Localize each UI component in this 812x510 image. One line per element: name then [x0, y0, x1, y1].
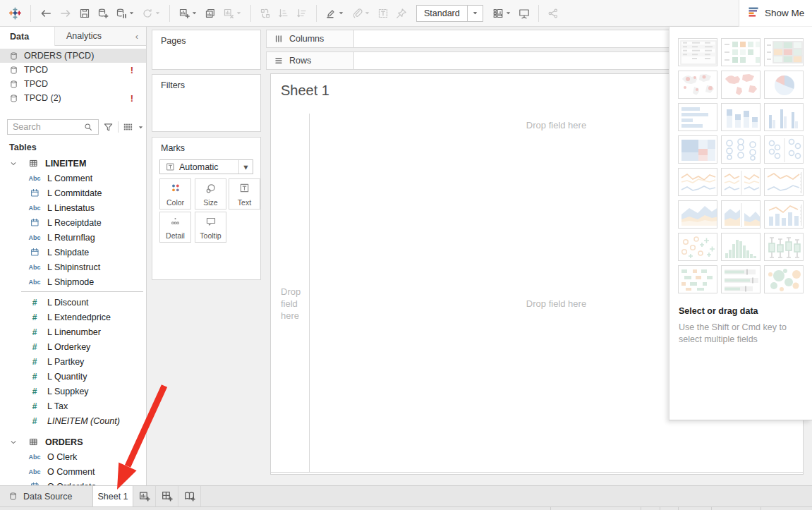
field-row[interactable]: Abc L Comment — [0, 171, 146, 186]
showme-horizontal-bars[interactable] — [678, 103, 717, 131]
collapse-pane-button[interactable]: ‹ — [128, 27, 146, 46]
mark-type-caret-icon[interactable]: ▾ — [238, 160, 253, 174]
showme-side-by-side-bars[interactable] — [764, 103, 804, 131]
field-row[interactable]: # L Discount — [0, 295, 146, 310]
field-row[interactable]: # L Suppkey — [0, 384, 146, 399]
fit-selector-caret-icon[interactable] — [467, 6, 483, 21]
size-button[interactable]: Size — [195, 178, 226, 210]
showme-circle-views[interactable] — [721, 135, 761, 164]
sort-ascending-button[interactable] — [274, 6, 293, 21]
group-members-button-caret-icon[interactable] — [364, 8, 370, 18]
group-members-button[interactable] — [348, 6, 374, 21]
field-row[interactable]: # L Linenumber — [0, 324, 146, 339]
view-options-icon[interactable] — [123, 122, 133, 132]
sheet1-tab[interactable]: Sheet 1 — [92, 486, 133, 506]
color-button[interactable]: Color — [159, 178, 191, 210]
presentation-mode-button[interactable] — [515, 6, 533, 21]
showme-discrete-lines[interactable] — [721, 168, 761, 196]
showme-box-and-whisker[interactable] — [764, 233, 804, 261]
save-button[interactable] — [75, 6, 94, 21]
chevron-down-icon[interactable] — [6, 160, 21, 167]
field-row[interactable]: # LINEITEM (Count) — [0, 413, 146, 428]
fix-axes-button[interactable] — [392, 6, 411, 21]
field-row[interactable]: Abc L Shipmode — [0, 274, 146, 289]
text-button[interactable]: Text — [229, 178, 260, 210]
new-story-tab-button[interactable] — [178, 486, 201, 506]
search-input-box[interactable] — [7, 119, 99, 135]
table-header-orders[interactable]: ORDERS — [0, 435, 146, 449]
tab-data[interactable]: Data — [0, 27, 55, 46]
tab-analytics[interactable]: Analytics — [55, 27, 128, 46]
showme-gantt[interactable] — [678, 265, 717, 293]
undo-button[interactable] — [36, 5, 56, 22]
field-row[interactable]: # L Extendedprice — [0, 310, 146, 324]
showme-continuous-area[interactable] — [678, 200, 717, 229]
datasource-item[interactable]: ORDERS (TPCD) — [0, 49, 146, 63]
datasource-item[interactable]: TPCD (2) ! — [0, 91, 146, 105]
field-row[interactable]: O Orderdate — [0, 479, 146, 485]
filter-fields-icon[interactable] — [103, 122, 114, 133]
showme-dual-lines[interactable] — [764, 168, 804, 196]
data-source-tab[interactable]: Data Source — [0, 486, 92, 506]
pause-auto-updates-button[interactable] — [112, 6, 138, 21]
redo-button[interactable] — [56, 5, 75, 22]
showme-stacked-bars[interactable] — [721, 103, 761, 131]
sort-descending-button[interactable] — [293, 6, 311, 21]
pause-auto-updates-button-caret-icon[interactable] — [128, 8, 135, 18]
showme-text-table[interactable] — [678, 38, 717, 66]
showme-dual-combination[interactable] — [764, 200, 804, 229]
search-input[interactable] — [13, 122, 83, 132]
table-header-lineitem[interactable]: LINEITEM — [0, 156, 146, 171]
field-row[interactable]: # L Partkey — [0, 354, 146, 369]
showme-pie-chart[interactable] — [764, 71, 804, 99]
show-me-button[interactable]: Show Me — [739, 0, 812, 27]
showme-packed-bubbles[interactable] — [764, 265, 804, 293]
new-data-source-button[interactable] — [94, 6, 112, 21]
showme-discrete-area[interactable] — [721, 200, 761, 229]
showme-scatter-plots[interactable] — [678, 233, 717, 261]
field-row[interactable]: L Shipdate — [0, 245, 146, 260]
fit-selector[interactable]: Standard — [416, 5, 483, 22]
field-row[interactable]: Abc L Returnflag — [0, 230, 146, 245]
clear-sheet-button[interactable] — [219, 6, 246, 21]
highlight-button-caret-icon[interactable] — [338, 8, 344, 18]
field-row[interactable]: Abc L Linestatus — [0, 200, 146, 215]
field-row[interactable]: Abc O Clerk — [0, 449, 146, 464]
pages-shelf[interactable]: Pages — [152, 30, 261, 70]
detail-button[interactable]: Detail — [159, 212, 191, 243]
field-row[interactable]: Abc L Shipinstruct — [0, 260, 146, 274]
new-worksheet-button[interactable] — [175, 6, 201, 21]
field-row[interactable]: Abc O Comment — [0, 464, 146, 479]
new-dashboard-tab-button[interactable] — [156, 486, 178, 506]
new-worksheet-button-caret-icon[interactable] — [191, 8, 198, 18]
clear-sheet-button-caret-icon[interactable] — [236, 8, 242, 18]
showme-continuous-lines[interactable] — [678, 168, 717, 196]
view-options-caret-icon[interactable] — [138, 124, 144, 130]
duplicate-button[interactable] — [201, 6, 219, 21]
swap-rows-columns-button[interactable] — [256, 6, 274, 21]
showme-histogram[interactable] — [721, 233, 761, 261]
drop-field-zone-left[interactable]: Dropfieldhere — [271, 286, 309, 322]
datasource-item[interactable]: TPCD — [0, 77, 146, 91]
run-update-button-caret-icon[interactable] — [154, 8, 161, 18]
share-button[interactable] — [544, 6, 562, 21]
field-row[interactable]: L Receiptdate — [0, 215, 146, 230]
showme-heat-map[interactable] — [764, 38, 804, 66]
field-row[interactable]: # L Quantity — [0, 369, 146, 384]
showme-bullet-graphs[interactable] — [721, 265, 761, 293]
datasource-item[interactable]: TPCD ! — [0, 63, 146, 77]
showme-side-by-side-circles[interactable] — [764, 135, 804, 164]
tooltip-button[interactable]: Tooltip — [195, 212, 226, 243]
showme-filled-map[interactable] — [721, 71, 761, 99]
show-mark-labels-button[interactable] — [374, 6, 392, 21]
show-hide-cards-button[interactable] — [489, 6, 515, 21]
showme-treemap[interactable] — [678, 135, 717, 164]
showme-highlight-table[interactable] — [721, 38, 761, 66]
mark-type-dropdown[interactable]: Automatic ▾ — [159, 159, 253, 174]
field-row[interactable]: # L Orderkey — [0, 339, 146, 354]
field-row[interactable]: # L Tax — [0, 399, 146, 413]
highlight-button[interactable] — [322, 6, 348, 21]
new-worksheet-tab-button[interactable] — [133, 486, 156, 506]
filters-shelf[interactable]: Filters — [152, 74, 261, 132]
chevron-down-icon[interactable] — [6, 439, 21, 446]
